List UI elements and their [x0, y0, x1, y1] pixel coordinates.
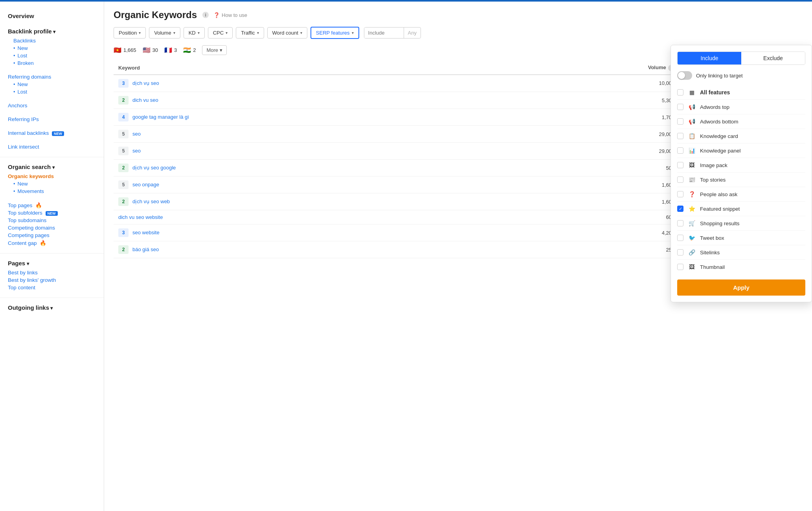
feature-item-knowledge-panel[interactable]: 📊Knowledge panel [677, 143, 805, 158]
filter-cpc[interactable]: CPC ▾ [208, 27, 233, 39]
keyword-cell[interactable]: 4google tag manager là gì [114, 109, 504, 126]
filter-position[interactable]: Position ▾ [114, 27, 146, 39]
more-label: More [206, 47, 218, 53]
keyword-cell[interactable]: 2dich vu seo [114, 92, 504, 109]
how-to-use-link[interactable]: ❓ How to use [213, 12, 247, 18]
fire-icon: 🔥 [35, 202, 42, 208]
sidebar-item-top-subdomains[interactable]: Top subdomains [8, 217, 96, 224]
feature-item-thumbnail[interactable]: 🖼Thumbnail [677, 260, 805, 274]
sidebar-item-movements[interactable]: Movements [13, 187, 96, 195]
sidebar-item-org-new[interactable]: New [13, 180, 96, 187]
sidebar-item-internal-backlinks[interactable]: Internal backlinks NEW [8, 129, 96, 137]
sidebar-item-ref-new[interactable]: New [13, 81, 96, 88]
more-arrow-icon: ▾ [220, 47, 222, 53]
keyword-cell[interactable]: 2báo giá seo [114, 241, 504, 258]
sidebar-outgoing-links[interactable]: Outgoing links [8, 304, 96, 311]
sidebar-item-referring-domains[interactable]: Referring domains [8, 73, 96, 81]
feature-icon-adwords-top: 📢 [687, 103, 696, 111]
keyword-cell[interactable]: 5seo onpage [114, 176, 504, 193]
keyword-cell[interactable]: 2dịch vụ seo google [114, 160, 504, 176]
sidebar-item-broken[interactable]: Broken [13, 59, 96, 67]
include-input[interactable] [364, 28, 404, 38]
col-keyword: Keyword [114, 61, 504, 75]
sidebar-overview[interactable]: Overview [8, 13, 96, 19]
feature-item-adwords-bottom[interactable]: 📢Adwords bottom [677, 114, 805, 129]
sidebar-item-referring-ips[interactable]: Referring IPs [8, 116, 96, 123]
sidebar-item-new[interactable]: New [13, 44, 96, 52]
tab-exclude[interactable]: Exclude [741, 52, 805, 64]
keyword-cell[interactable]: 5seo [114, 143, 504, 160]
sidebar-item-anchors[interactable]: Anchors [8, 102, 96, 109]
feature-item-shopping-results[interactable]: 🛒Shopping results [677, 216, 805, 231]
keyword-cell[interactable]: 3dịch vụ seo [114, 75, 504, 92]
count-us: 30 [152, 47, 158, 53]
keyword-cell[interactable]: 3seo website [114, 224, 504, 241]
volume-cell: 600 [504, 210, 679, 224]
sidebar-item-top-subfolders[interactable]: Top subfolders NEW [8, 209, 96, 217]
title-info-icon[interactable]: i [202, 12, 209, 18]
feature-icon-knowledge-card: 📋 [687, 132, 696, 140]
sidebar-item-ref-lost[interactable]: Lost [13, 88, 96, 96]
filter-word-count[interactable]: Word count ▾ [267, 27, 307, 39]
sidebar-item-competing-domains[interactable]: Competing domains [8, 224, 96, 232]
feature-icon-top-stories: 📰 [687, 175, 696, 184]
feature-item-all[interactable]: ▦All features [677, 85, 805, 100]
feature-label-adwords-bottom: Adwords bottom [700, 119, 739, 125]
feature-checkbox-knowledge-card [677, 133, 683, 139]
feature-item-adwords-top[interactable]: 📢Adwords top [677, 100, 805, 114]
fire-icon-2: 🔥 [40, 240, 46, 246]
more-countries-btn[interactable]: More ▾ [202, 45, 227, 55]
volume-cell: 1,600 [504, 176, 679, 193]
sidebar-backlink-profile[interactable]: Backlink profile [8, 28, 96, 35]
feature-checkbox-thumbnail [677, 264, 683, 270]
sidebar-item-best-by-links-growth[interactable]: Best by links' growth [8, 276, 96, 284]
sidebar-organic-search[interactable]: Organic search [8, 164, 96, 170]
filter-traffic[interactable]: Traffic ▾ [236, 27, 264, 39]
filter-serp-features[interactable]: SERP features ▾ [310, 27, 359, 39]
feature-checkbox-featured-snippet: ✓ [677, 206, 683, 212]
feature-icon-featured-snippet: ⭐ [687, 204, 696, 213]
new-badge: NEW [52, 131, 64, 136]
keyword-cell[interactable]: 2dịch vụ seo web [114, 193, 504, 210]
feature-item-top-stories[interactable]: 📰Top stories [677, 173, 805, 187]
feature-label-tweet-box: Tweet box [700, 235, 724, 241]
feature-item-featured-snippet[interactable]: ✓⭐Featured snippet [677, 202, 805, 216]
country-fr[interactable]: 🇫🇷 3 [164, 46, 177, 54]
country-in[interactable]: 🇮🇳 2 [183, 46, 196, 54]
keyword-cell[interactable]: dich vu seo website [114, 210, 504, 224]
only-linking-toggle[interactable] [677, 71, 692, 80]
sidebar-item-content-gap[interactable]: Content gap 🔥 [8, 239, 96, 247]
sidebar-item-competing-pages[interactable]: Competing pages [8, 232, 96, 239]
serp-dropdown: Include Exclude Only linking to target ▦… [671, 45, 812, 302]
position-badge: 5 [118, 147, 129, 155]
feature-label-shopping-results: Shopping results [700, 221, 740, 226]
flag-fr: 🇫🇷 [164, 46, 172, 54]
feature-item-people-also-ask[interactable]: ❓People also ask [677, 187, 805, 202]
filter-bar: Position ▾ Volume ▾ KD ▾ CPC ▾ Traffic ▾… [114, 27, 803, 39]
sidebar-item-top-pages[interactable]: Top pages 🔥 [8, 201, 96, 209]
only-linking-label: Only linking to target [696, 73, 743, 79]
keyword-text: dich vu seo website [118, 214, 163, 220]
feature-item-tweet-box[interactable]: 🐦Tweet box [677, 231, 805, 245]
tab-include[interactable]: Include [678, 52, 741, 64]
feature-item-knowledge-card[interactable]: 📋Knowledge card [677, 129, 805, 143]
feature-item-sitelinks[interactable]: 🔗Sitelinks [677, 245, 805, 260]
toggle-knob [678, 72, 685, 79]
position-badge: 3 [118, 228, 129, 237]
feature-checkbox-adwords-bottom [677, 118, 683, 125]
sidebar-item-top-content[interactable]: Top content [8, 284, 96, 291]
sidebar-pages[interactable]: Pages [8, 260, 96, 267]
filter-kd[interactable]: KD ▾ [184, 27, 205, 39]
sidebar-item-lost[interactable]: Lost [13, 52, 96, 59]
feature-label-all: All features [700, 89, 730, 96]
sidebar-item-link-intersect[interactable]: Link intersect [8, 143, 96, 151]
filter-volume[interactable]: Volume ▾ [149, 27, 180, 39]
apply-button[interactable]: Apply [677, 279, 805, 296]
country-us[interactable]: 🇺🇸 30 [143, 46, 158, 54]
country-vn[interactable]: 🇻🇳 1,665 [114, 46, 136, 54]
sidebar-item-best-by-links[interactable]: Best by links [8, 269, 96, 276]
sidebar-item-backlinks[interactable]: Backlinks [13, 37, 96, 44]
keyword-cell[interactable]: 5seo [114, 126, 504, 143]
feature-item-image-pack[interactable]: 🖼Image pack [677, 158, 805, 173]
sidebar-item-organic-keywords[interactable]: Organic keywords [8, 173, 96, 180]
